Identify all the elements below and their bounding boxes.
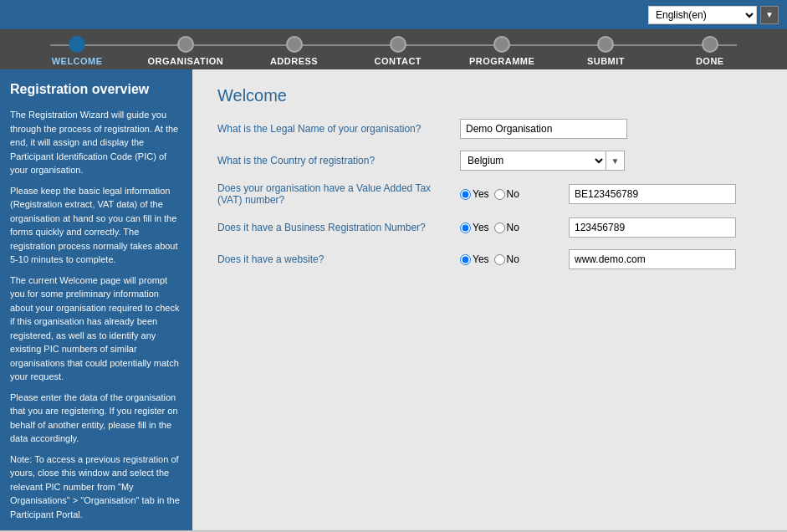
- website-yes-radio[interactable]: [460, 254, 471, 265]
- content-area: Welcome What is the Legal Name of your o…: [192, 69, 787, 530]
- form-section: What is the Legal Name of your organisat…: [217, 119, 762, 269]
- sidebar-title: Registration overview: [10, 79, 182, 100]
- legal-name-input[interactable]: [460, 119, 627, 139]
- website-radio-group: Yes No: [460, 253, 560, 265]
- step-programme[interactable]: PROGRAMME: [468, 36, 535, 66]
- website-no-label[interactable]: No: [494, 253, 519, 265]
- country-row: What is the Country of registration? Bel…: [217, 151, 762, 171]
- step-dot-welcome: [69, 36, 85, 53]
- top-bar: English(en) ▼: [0, 0, 787, 29]
- business-reg-no-label[interactable]: No: [494, 222, 519, 233]
- step-label-done: DONE: [696, 56, 724, 66]
- step-dot-programme: [493, 36, 510, 53]
- country-select[interactable]: Belgium: [460, 151, 606, 171]
- sidebar-para-1: The Registration Wizard will guide you t…: [10, 108, 182, 177]
- business-reg-yes-radio[interactable]: [460, 223, 471, 233]
- legal-name-label: What is the Legal Name of your organisat…: [217, 123, 452, 135]
- language-dropdown-btn[interactable]: ▼: [760, 6, 779, 24]
- step-label-organisation: ORGANISATION: [147, 56, 223, 66]
- vat-row: Does your organisation have a Value Adde…: [217, 182, 762, 206]
- website-input[interactable]: [569, 249, 736, 269]
- page-title: Welcome: [217, 86, 762, 105]
- business-reg-input[interactable]: [569, 217, 736, 238]
- step-address[interactable]: ADDRESS: [261, 36, 328, 66]
- step-label-welcome: WELCOME: [52, 56, 103, 66]
- step-dot-organisation: [177, 36, 194, 53]
- step-dot-address: [286, 36, 303, 53]
- sidebar-para-3: The current Welcome page will prompt you…: [10, 274, 182, 384]
- vat-yes-label[interactable]: Yes: [460, 188, 489, 200]
- vat-yes-radio[interactable]: [460, 189, 471, 200]
- sidebar-para-2: Please keep the basic legal information …: [10, 184, 182, 267]
- vat-label: Does your organisation have a Value Adde…: [217, 182, 452, 206]
- country-label: What is the Country of registration?: [217, 155, 452, 166]
- steps-bar: WELCOME ORGANISATION ADDRESS CONTACT PRO…: [0, 29, 787, 69]
- website-label: Does it have a website?: [217, 253, 452, 265]
- country-select-wrapper[interactable]: Belgium ▼: [460, 151, 625, 171]
- vat-radio-group: Yes No: [460, 188, 560, 200]
- step-dot-submit: [597, 36, 614, 53]
- website-no-radio[interactable]: [494, 254, 505, 265]
- sidebar: Registration overview The Registration W…: [0, 69, 192, 530]
- step-welcome[interactable]: WELCOME: [43, 36, 110, 66]
- step-label-submit: SUBMIT: [587, 56, 625, 66]
- website-yes-label[interactable]: Yes: [460, 253, 489, 265]
- vat-no-label[interactable]: No: [494, 188, 519, 200]
- vat-no-radio[interactable]: [494, 189, 505, 200]
- step-dot-contact: [390, 36, 406, 53]
- business-reg-yes-label[interactable]: Yes: [460, 222, 489, 233]
- vat-input[interactable]: [569, 184, 736, 204]
- business-reg-row: Does it have a Business Registration Num…: [217, 217, 762, 238]
- language-select[interactable]: English(en): [648, 6, 757, 24]
- step-label-contact: CONTACT: [375, 56, 422, 66]
- sidebar-para-4: Please enter the data of the organisatio…: [10, 391, 182, 446]
- main-content: Registration overview The Registration W…: [0, 69, 787, 530]
- steps-container: WELCOME ORGANISATION ADDRESS CONTACT PRO…: [0, 36, 787, 66]
- business-reg-no-radio[interactable]: [494, 223, 505, 233]
- website-row: Does it have a website? Yes No: [217, 249, 762, 269]
- step-label-programme: PROGRAMME: [469, 56, 534, 66]
- step-submit[interactable]: SUBMIT: [572, 36, 639, 66]
- business-reg-radio-group: Yes No: [460, 222, 560, 233]
- step-label-address: ADDRESS: [270, 56, 318, 66]
- step-contact[interactable]: CONTACT: [365, 36, 432, 66]
- sidebar-para-5: Note: To access a previous registration …: [10, 453, 182, 522]
- step-dot-done: [702, 36, 718, 53]
- step-done[interactable]: DONE: [677, 36, 744, 66]
- country-dropdown-btn[interactable]: ▼: [606, 151, 625, 171]
- language-selector[interactable]: English(en) ▼: [648, 6, 779, 24]
- business-reg-label: Does it have a Business Registration Num…: [217, 222, 452, 233]
- legal-name-row: What is the Legal Name of your organisat…: [217, 119, 762, 139]
- step-organisation[interactable]: ORGANISATION: [147, 36, 223, 66]
